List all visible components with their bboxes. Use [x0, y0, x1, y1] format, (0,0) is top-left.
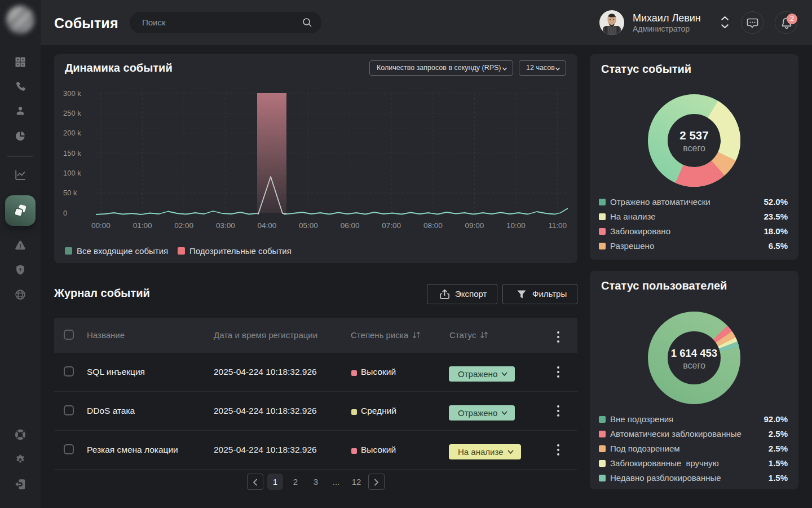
svg-text:05:00: 05:00	[299, 221, 318, 230]
svg-text:03:00: 03:00	[216, 221, 235, 230]
svg-text:0: 0	[63, 209, 67, 217]
svg-text:2 537: 2 537	[679, 129, 708, 142]
svg-text:06:00: 06:00	[341, 221, 360, 230]
svg-text:250 k: 250 k	[63, 109, 81, 117]
svg-text:07:00: 07:00	[382, 221, 401, 230]
svg-text:300 k: 300 k	[63, 89, 81, 98]
svg-text:10:00: 10:00	[506, 221, 526, 230]
svg-text:всего: всего	[683, 361, 705, 370]
svg-text:Все входящие события: Все входящие события	[77, 246, 168, 256]
svg-text:всего: всего	[683, 143, 705, 153]
svg-text:09:00: 09:00	[465, 221, 484, 230]
svg-text:100 k: 100 k	[63, 169, 81, 177]
svg-text:Подозрительные события: Подозрительные события	[189, 246, 292, 256]
svg-text:08:00: 08:00	[423, 221, 443, 230]
svg-text:01:00: 01:00	[133, 221, 152, 230]
svg-text:1 614 453: 1 614 453	[671, 347, 717, 359]
svg-text:200 k: 200 k	[63, 129, 81, 137]
svg-text:02:00: 02:00	[174, 221, 193, 230]
svg-text:150 k: 150 k	[63, 149, 81, 157]
svg-text:00:00: 00:00	[91, 221, 111, 230]
svg-text:04:00: 04:00	[258, 221, 277, 230]
svg-text:11:00: 11:00	[548, 221, 567, 230]
svg-text:50 k: 50 k	[63, 189, 77, 197]
